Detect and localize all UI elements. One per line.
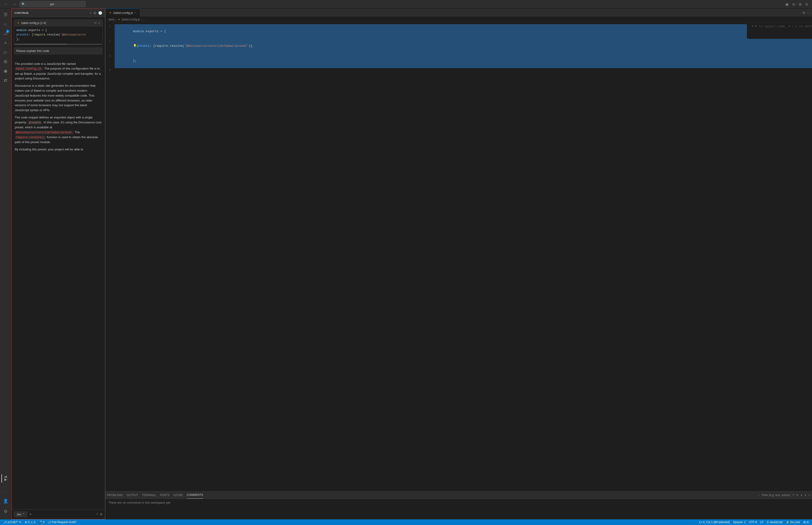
status-pull-request[interactable]: ⎇ Pull Request #1467 [46, 519, 78, 525]
refresh-icon[interactable]: ↻ [796, 494, 799, 497]
filter-icon[interactable]: ▽ [792, 494, 794, 497]
panel-tab-terminal[interactable]: TERMINAL [142, 491, 156, 499]
no-comments-text: There are no comments in this workspace … [109, 501, 171, 504]
code-card-body: module.exports = { presets: [require.res… [14, 26, 103, 44]
errors-text: ⊗ 0 [25, 521, 29, 524]
status-spaces[interactable]: Spaces: 2 [732, 519, 747, 525]
status-branch[interactable]: ⎇ pr/1467* ↻ [2, 519, 23, 525]
breadcrumb-docs[interactable]: docs [109, 18, 114, 21]
close-panel-button[interactable]: × [809, 494, 810, 497]
code-line: }; [16, 37, 100, 42]
code-card-file-icon: 🔸 [16, 21, 20, 25]
expand-icon[interactable]: ∨ [805, 494, 807, 497]
code-card-edit-button[interactable]: ✏ [94, 21, 97, 25]
sidebar-item-remote[interactable]: ⊞ [1, 57, 10, 66]
sidebar-item-pull-requests[interactable]: ⇄ [1, 76, 10, 85]
filter-input-label: Filter (e.g. text, author) [762, 494, 791, 497]
tab-file-icon: 🔸 [109, 11, 112, 14]
sidebar-item-run[interactable]: ▷ [1, 48, 10, 56]
chat-add-button[interactable]: + [29, 512, 31, 516]
tab-filename: babel.config.js [113, 11, 133, 15]
response-p2: Docusaurus is a static site generator fo… [15, 84, 102, 113]
chat-settings-button[interactable]: ⚙ [100, 512, 103, 516]
activity-bottom: 👤 ⚙ [1, 497, 10, 518]
editor-area: 🔸 babel.config.js × ⊟ ··· docs › 🔸 babel… [105, 9, 812, 519]
sidebar-item-source-control[interactable]: ⎇ 1 [1, 29, 10, 38]
breadcrumb-file[interactable]: babel.config.js [122, 18, 140, 21]
layout-sidebar-icon[interactable]: ▣ [784, 2, 790, 6]
sidebar-item-settings[interactable]: ⚙ [1, 507, 10, 515]
panel-tab-output[interactable]: OUTPUT [127, 491, 138, 499]
account-icon: 👤 [3, 498, 8, 504]
nav-back-button[interactable]: ← [3, 2, 10, 7]
side-panel-title: CONTINUE [14, 12, 29, 14]
layout-panel-icon[interactable]: ⊟ [791, 2, 796, 6]
spaces-text: Spaces: 2 [733, 521, 746, 524]
status-eol[interactable]: LF [759, 519, 765, 525]
history-button[interactable]: 🕐 [98, 11, 102, 15]
layout-split-icon[interactable]: ⊞ [798, 2, 802, 6]
warnings-text: ⚠ 0 [30, 521, 35, 524]
branch-icon: ⎇ [3, 521, 6, 524]
panel-tab-actions: ··· Filter (e.g. text, author) ▽ ↻ ∧ ∨ × [757, 493, 810, 497]
code-editor-line-4: 4 [105, 68, 812, 73]
chat-response: The provided code is a JavaScript file n… [12, 59, 105, 509]
status-mic[interactable]: 🎤 0 [37, 519, 46, 525]
split-editor-button[interactable]: ⊟ [802, 11, 805, 14]
collapse-icon[interactable]: ∧ [800, 494, 802, 497]
code-editor[interactable]: 1 module.exports = { ⌘ M to select code,… [105, 22, 812, 491]
panel-more-button[interactable]: ··· [757, 493, 760, 497]
status-errors[interactable]: ⊗ 0 ⚠ 0 [23, 519, 37, 525]
code-card-header: 🔸 babel.config.js (1-4) ✏ × [14, 20, 103, 26]
line-content-3: }; [114, 54, 812, 68]
mic-text: 🎤 0 [39, 521, 44, 524]
more-actions-button[interactable]: ··· [807, 11, 810, 14]
settings-icon: ⚙ [4, 509, 7, 514]
title-bar-right: ▣ ⊟ ⊞ ⊟ [784, 2, 809, 6]
add-chat-button[interactable]: + [90, 11, 92, 15]
status-line-col[interactable]: Ln 4, Col 1 (89 selected) [698, 519, 731, 525]
sidebar-item-search[interactable]: ⌕ [1, 20, 10, 28]
user-query-wrapper: Please explain this code [12, 47, 105, 59]
panel-tab-comments[interactable]: COMMENTS [187, 491, 203, 499]
code-editor-line-3: 3 }; [105, 54, 812, 68]
panel-tab-problems[interactable]: PROBLEMS [107, 491, 123, 499]
inline-code-preset-path: @docusaurus/core/lib/babel/preset [15, 131, 73, 134]
branch-name: pr/1467* [7, 521, 18, 524]
status-encoding[interactable]: UTF-8 [748, 519, 759, 525]
sidebar-item-more[interactable]: ··· [1, 487, 10, 496]
sidebar-item-github[interactable]: ◉ [1, 67, 10, 75]
panel-tab-ports[interactable]: PORTS [160, 491, 170, 499]
chat-input-right: ? ⚙ [96, 512, 103, 516]
run-icon: ▷ [4, 49, 7, 55]
code-card: 🔸 babel.config.js (1-4) ✏ × module.expor… [14, 19, 103, 45]
status-go-live[interactable]: ⚡ Go Live [784, 519, 801, 525]
sidebar-item-extensions[interactable]: A [1, 39, 10, 47]
tab-close-button[interactable]: × [134, 11, 136, 14]
inline-code-presets: presets [28, 121, 42, 124]
panel-tab-azure[interactable]: AZURE [173, 491, 183, 499]
line-content-2: 💡presets: [require.resolve('@docusaurus/… [114, 39, 812, 53]
sidebar-item-explorer[interactable]: ☰ [1, 10, 10, 19]
status-right-icons[interactable]: ⊞ ⊟ [802, 519, 810, 525]
breadcrumb-more[interactable]: ... [143, 18, 145, 21]
code-editor-line-1: 1 module.exports = { ⌘ M to select code,… [105, 24, 812, 39]
layout-button[interactable]: ⊟ [93, 11, 96, 15]
sidebar-item-copilot[interactable]: >CD— [1, 474, 10, 483]
chat-help-button[interactable]: ? [96, 512, 98, 516]
sidebar-item-account[interactable]: 👤 [1, 497, 10, 505]
code-card-close-button[interactable]: × [98, 21, 100, 25]
user-query: Please explain this code [14, 47, 103, 55]
response-paragraph-1: The provided code is a JavaScript file n… [15, 62, 102, 152]
line-content-1: module.exports = { [114, 24, 747, 39]
eol-text: LF [760, 521, 764, 524]
nav-forward-button[interactable]: → [11, 2, 18, 7]
tab-babel-config[interactable]: 🔸 babel.config.js × [105, 9, 140, 17]
status-bar: ⎇ pr/1467* ↻ ⊗ 0 ⚠ 0 🎤 0 ⎇ Pull Request … [0, 519, 812, 525]
status-language[interactable]: {} JavaScript [765, 519, 784, 525]
search-input[interactable] [20, 1, 86, 7]
layout-grid-icon[interactable]: ⊟ [805, 2, 809, 6]
main-layout: ☰ ⌕ ⎇ 1 A ▷ ⊞ ◉ ⇄ >CD— ··· [0, 9, 812, 519]
response-p3: The code snippet defines an exported obj… [15, 115, 102, 145]
bottom-panel: PROBLEMS OUTPUT TERMINAL PORTS AZURE COM… [105, 491, 812, 519]
